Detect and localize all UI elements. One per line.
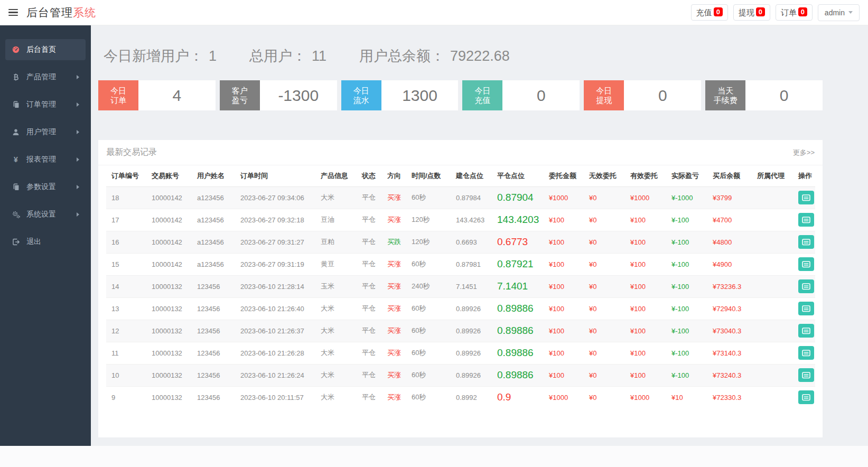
order-button[interactable]: 订单 0 bbox=[776, 4, 813, 21]
cell-order-time: 2023-06-27 09:34:06 bbox=[235, 186, 315, 209]
summary-stat-label: 用户总余额： bbox=[359, 46, 445, 66]
table-row: 12 10000132 123456 2023-06-10 21:26:37 大… bbox=[106, 320, 815, 342]
cell-entrust-amount: ¥100 bbox=[544, 275, 584, 297]
cell-entrust-amount: ¥100 bbox=[544, 297, 584, 320]
cell-order-id: 11 bbox=[106, 342, 146, 364]
cell-agent bbox=[752, 297, 793, 320]
view-order-button[interactable] bbox=[798, 346, 814, 360]
cell-product: 大米 bbox=[315, 320, 357, 342]
view-order-button[interactable] bbox=[798, 390, 814, 404]
view-order-button[interactable] bbox=[798, 324, 814, 338]
table-row: 17 10000142 a123456 2023-06-27 09:32:18 … bbox=[106, 209, 815, 231]
cell-status: 平仓 bbox=[357, 231, 382, 253]
user-menu-button[interactable]: admin bbox=[818, 4, 860, 21]
cell-period: 60秒 bbox=[406, 253, 451, 275]
sidebar-item-parameters[interactable]: 参数设置 bbox=[5, 176, 86, 198]
view-order-button[interactable] bbox=[798, 235, 814, 249]
cell-account: 10000132 bbox=[146, 342, 192, 364]
sidebar-item-products[interactable]: 产品管理 bbox=[5, 67, 86, 88]
cell-close-point: 0.87904 bbox=[492, 186, 544, 209]
stat-card-customer-pnl: 客户盈亏 -1300 bbox=[220, 80, 337, 110]
cell-actions bbox=[793, 342, 815, 364]
cell-entrust-amount: ¥100 bbox=[544, 231, 584, 253]
cell-valid-entrust: ¥100 bbox=[625, 342, 666, 364]
cell-post-balance: ¥4700 bbox=[707, 209, 752, 231]
stat-card-tag: 今日订单 bbox=[98, 80, 138, 110]
cell-post-balance: ¥73040.3 bbox=[707, 320, 752, 342]
header-quick-actions: 充值 0 提现 0 订单 0 admin bbox=[691, 4, 860, 21]
cell-username: 123456 bbox=[192, 386, 235, 408]
cell-direction: 买涨 bbox=[382, 342, 406, 364]
cell-close-point: 0.9 bbox=[492, 386, 544, 408]
column-header: 所属代理 bbox=[752, 165, 793, 186]
cell-close-point: 0.89886 bbox=[492, 320, 544, 342]
cell-invalid-entrust: ¥0 bbox=[584, 320, 625, 342]
recharge-button[interactable]: 充值 0 bbox=[691, 4, 728, 21]
cell-period: 240秒 bbox=[406, 275, 451, 297]
cell-username: a123456 bbox=[192, 186, 235, 209]
cell-post-balance: ¥73240.3 bbox=[707, 364, 752, 386]
table-row: 15 10000142 a123456 2023-06-27 09:31:19 … bbox=[106, 253, 815, 275]
view-order-button[interactable] bbox=[798, 368, 814, 382]
cell-order-id: 10 bbox=[106, 364, 146, 386]
summary-stat: 总用户： 11 bbox=[249, 46, 326, 66]
cell-open-point: 0.6693 bbox=[451, 231, 492, 253]
cell-entrust-amount: ¥100 bbox=[544, 320, 584, 342]
column-header: 交易账号 bbox=[146, 165, 192, 186]
yen-icon: ¥ bbox=[12, 156, 20, 163]
cell-valid-entrust: ¥1000 bbox=[625, 386, 666, 408]
sidebar-item-reports[interactable]: ¥ 报表管理 bbox=[5, 149, 86, 170]
cell-invalid-entrust: ¥0 bbox=[584, 186, 625, 209]
app-title-prefix: 后台管理 bbox=[26, 6, 73, 18]
cell-status: 平仓 bbox=[357, 209, 382, 231]
cell-order-time: 2023-06-27 09:31:27 bbox=[235, 231, 315, 253]
cell-actual-pnl: ¥-100 bbox=[666, 297, 707, 320]
stat-card-tag: 今日流水 bbox=[341, 80, 381, 110]
list-card-icon bbox=[802, 327, 810, 335]
sidebar-item-home[interactable]: 后台首页 bbox=[5, 39, 86, 60]
cell-agent bbox=[752, 364, 793, 386]
cell-direction: 买涨 bbox=[382, 275, 406, 297]
cell-valid-entrust: ¥100 bbox=[625, 364, 666, 386]
view-order-button[interactable] bbox=[798, 257, 814, 271]
cell-username: a123456 bbox=[192, 231, 235, 253]
sidebar-item-system-settings[interactable]: 系统设置 bbox=[5, 204, 86, 225]
list-card-icon bbox=[802, 349, 810, 357]
cell-entrust-amount: ¥100 bbox=[544, 253, 584, 275]
list-card-icon bbox=[802, 216, 810, 224]
list-card-icon bbox=[802, 283, 810, 291]
cell-valid-entrust: ¥1000 bbox=[625, 186, 666, 209]
cell-open-point: 0.89926 bbox=[451, 297, 492, 320]
summary-stat-value: 11 bbox=[312, 48, 326, 64]
withdraw-button[interactable]: 提现 0 bbox=[733, 4, 770, 21]
sidebar-item-logout[interactable]: 退出 bbox=[5, 231, 86, 253]
cell-actual-pnl: ¥-100 bbox=[666, 364, 707, 386]
cell-open-point: 0.87984 bbox=[451, 186, 492, 209]
menu-toggle-icon[interactable] bbox=[7, 7, 19, 18]
cell-actions bbox=[793, 364, 815, 386]
cell-order-time: 2023-06-10 20:11:57 bbox=[235, 386, 315, 408]
view-order-button[interactable] bbox=[798, 279, 814, 293]
view-order-button[interactable] bbox=[798, 302, 814, 315]
count-badge: 0 bbox=[756, 7, 765, 16]
cell-username: a123456 bbox=[192, 209, 235, 231]
view-order-button[interactable] bbox=[798, 191, 814, 204]
cell-order-id: 17 bbox=[106, 209, 146, 231]
cell-invalid-entrust: ¥0 bbox=[584, 231, 625, 253]
main-content: 今日新增用户： 1 总用户： 11 用户总余额： 79222.68 今日订单 4… bbox=[91, 25, 868, 446]
logout-icon bbox=[12, 238, 20, 246]
app-title-suffix: 系统 bbox=[73, 6, 96, 18]
cell-product: 大米 bbox=[315, 364, 357, 386]
cell-agent bbox=[752, 342, 793, 364]
sidebar-item-orders[interactable]: 订单管理 bbox=[5, 94, 86, 115]
cell-actual-pnl: ¥-1000 bbox=[666, 186, 707, 209]
top-header: 后台管理系统 充值 0 提现 0 订单 0 admin bbox=[0, 0, 868, 25]
more-link[interactable]: 更多>> bbox=[793, 148, 815, 157]
table-row: 14 10000132 123456 2023-06-10 21:28:14 玉… bbox=[106, 275, 815, 297]
sidebar-item-users[interactable]: 用户管理 bbox=[5, 122, 86, 143]
cell-invalid-entrust: ¥0 bbox=[584, 297, 625, 320]
cell-direction: 买涨 bbox=[382, 386, 406, 408]
cell-close-point: 0.87921 bbox=[492, 253, 544, 275]
view-order-button[interactable] bbox=[798, 213, 814, 227]
chevron-right-icon bbox=[77, 130, 79, 134]
